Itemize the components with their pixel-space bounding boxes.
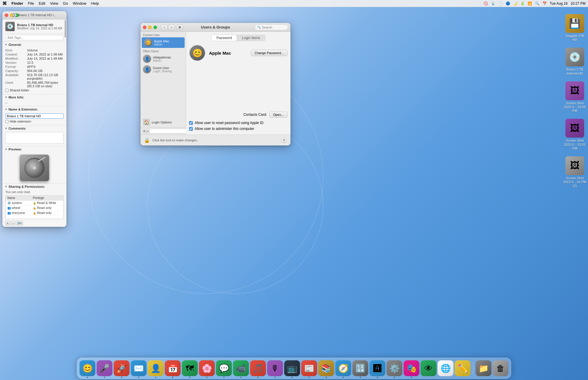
finder-info-window: 💽 Brians 1 TB Internal HD I... 💽 Brians … <box>2 11 66 227</box>
search-field[interactable]: 🔍 <box>255 24 288 30</box>
dock-siri[interactable]: 🎤 <box>97 360 113 376</box>
dock-maps[interactable]: 🗺 <box>182 360 198 376</box>
permissions-table: Name Privilege ⚙️system 🔒 Read & Write <box>5 195 64 219</box>
dock-drawio[interactable]: ✏️ <box>455 360 471 376</box>
dock-filemanager[interactable]: 📁 <box>476 360 492 376</box>
tab-password[interactable]: Password <box>211 35 237 41</box>
dock-preview[interactable]: 👁 <box>421 360 437 376</box>
shared-folder-checkbox[interactable] <box>5 89 9 92</box>
hide-extension-checkbox[interactable] <box>5 120 9 123</box>
general-section-header[interactable]: ▼ General: <box>2 42 66 48</box>
back-button[interactable]: ‹ <box>161 25 168 30</box>
desktop-icon-brians-hd[interactable]: 💿 Brians 1 TB Internal HD <box>563 48 587 75</box>
name-extension-header[interactable]: ▼ Name & Extension: <box>2 106 66 112</box>
remove-permission-button[interactable]: − <box>11 221 15 225</box>
menubar-file[interactable]: File <box>28 1 34 6</box>
dock: 😊 🎤 🚀 ✉️ 👤 📅 🗺 🌸 💬 📹 🎵 🎙 📺 📰 📚 🧭 🔢 🅰 ⚙️ … <box>77 358 511 379</box>
dock-podcasts[interactable]: 🎙 <box>267 360 283 376</box>
desktop-icon-screenshot3[interactable]: 🖼 Screen Shot 2022-0... 01 PM (2) <box>563 156 587 188</box>
user-info-guest-user: Guest User Login, Sharing <box>153 66 172 73</box>
allow-reset-checkbox[interactable] <box>189 121 193 125</box>
dock-calendar[interactable]: 📅 <box>165 360 181 376</box>
dock-calculator[interactable]: 🔢 <box>353 360 368 376</box>
name-extension-label: Name & Extension: <box>9 108 38 111</box>
scrollbar[interactable] <box>65 20 66 38</box>
dock-launchpad[interactable]: 🚀 <box>114 360 130 376</box>
preview-header[interactable]: ▼ Preview: <box>2 146 66 152</box>
ug-minimize-button[interactable] <box>148 26 152 29</box>
menubar-left: ⌘ Finder File Edit View Go Window Help <box>2 1 99 6</box>
dock-appstore[interactable]: 🅰 <box>370 360 385 376</box>
add-user-button[interactable]: + <box>143 129 146 133</box>
more-info-header[interactable]: ▼ More Info: <box>2 94 66 100</box>
add-permission-button[interactable]: + <box>5 221 10 225</box>
chevron-down-icon: ▼ <box>5 43 7 46</box>
menubar-search[interactable]: 🔍 <box>535 1 539 6</box>
grid-view-button[interactable]: ⊞ <box>176 25 183 30</box>
name-extension-section: ▼ Name & Extension: Hide extension <box>2 106 66 125</box>
dock-trash[interactable]: 🗑 <box>493 360 509 376</box>
menubar-go[interactable]: Go <box>63 1 68 6</box>
menubar-help[interactable]: Help <box>91 1 99 6</box>
permissions-system-name: ⚙️system <box>6 200 31 205</box>
dock-chrome[interactable]: 🌐 <box>438 360 454 376</box>
dock-safari[interactable]: 🧭 <box>335 360 351 376</box>
sharing-header[interactable]: ▼ Sharing & Permissions: <box>2 184 66 190</box>
allow-admin-checkbox[interactable] <box>189 127 193 131</box>
dock-mail[interactable]: ✉️ <box>131 360 147 376</box>
menubar-bluetooth: 🔵 <box>506 1 510 6</box>
dock-finder[interactable]: 😊 <box>80 360 96 376</box>
users-groups-body: Current User 😊 Apple Mac Admin Other Use… <box>141 32 290 135</box>
desktop-icon-screenshot2[interactable]: 🖼 Screen Shot 2022-0... 53:01 PM <box>563 119 587 150</box>
menubar-time: 10:27 PM <box>571 1 586 6</box>
comments-textarea[interactable] <box>5 132 64 144</box>
menubar-app[interactable]: Finder <box>11 1 23 6</box>
lock-icon-footer[interactable]: 🔒 <box>144 138 150 143</box>
comments-header[interactable]: ▼ Comments: <box>2 125 66 131</box>
name-extension-input[interactable] <box>5 113 64 119</box>
user-search-input[interactable] <box>149 129 190 133</box>
ug-maximize-button[interactable] <box>153 26 157 29</box>
gear-icon: ⚙️ <box>7 201 11 205</box>
dock-clerb[interactable]: 🎭 <box>404 360 420 376</box>
login-options-item[interactable]: 🏠 Login Options <box>141 117 186 127</box>
user-detail-name: Apple Mac <box>209 51 231 56</box>
dock-news[interactable]: 📰 <box>301 360 317 376</box>
desktop-icon-seagate[interactable]: 💾 Seagate 2TB HD <box>563 14 587 42</box>
ug-close-button[interactable] <box>143 26 146 29</box>
dock-photos[interactable]: 🌸 <box>199 360 215 376</box>
remove-user-button[interactable]: − <box>146 129 149 133</box>
group-icon: 👥 <box>7 206 11 210</box>
available-value: 919.78 GB (12.13 GB purgeable) <box>27 73 64 80</box>
menubar-time-machine: 🕐 <box>498 1 503 6</box>
dock-systemprefs[interactable]: ⚙️ <box>387 360 402 376</box>
dock-books[interactable]: 📚 <box>318 360 334 376</box>
dock-facetime[interactable]: 📹 <box>233 360 249 376</box>
open-button[interactable]: Open... <box>269 112 288 118</box>
menubar-window[interactable]: Window <box>73 1 86 6</box>
sidebar-item-guest-user[interactable]: 👤 Guest User Login, Sharing <box>141 64 186 75</box>
desktop-icon-screenshot1[interactable]: 🖼 Screen Shot 2022-0... 29.08 PM <box>563 81 587 113</box>
tags-input[interactable] <box>5 35 64 40</box>
help-button[interactable]: ? <box>281 137 287 143</box>
dock-contacts[interactable]: 👤 <box>148 360 164 376</box>
permissions-settings-button[interactable]: ⚙️▾ <box>16 221 23 225</box>
apple-menu[interactable]: ⌘ <box>2 1 7 6</box>
table-row: 👥wheel 🔒 Read only <box>6 205 64 210</box>
hide-extension-label: Hide extension <box>10 120 31 123</box>
menubar-edit[interactable]: Edit <box>39 1 45 6</box>
dock-messages[interactable]: 💬 <box>216 360 232 376</box>
menubar-control-center[interactable]: 📅 <box>542 1 547 6</box>
menubar-view[interactable]: View <box>50 1 58 6</box>
dock-music[interactable]: 🎵 <box>250 360 266 376</box>
sidebar-item-oldapplemac[interactable]: 👤 oldapplemac Admin <box>141 53 186 64</box>
tab-login-items[interactable]: Login Items <box>237 35 265 41</box>
disk-center <box>32 166 36 170</box>
screenshot2-label: Screen Shot 2022-0... 53:01 PM <box>563 139 587 150</box>
change-password-button[interactable]: Change Password... <box>251 50 288 56</box>
sidebar-item-apple-mac[interactable]: 😊 Apple Mac Admin <box>142 37 185 48</box>
dock-tv[interactable]: 📺 <box>284 360 300 376</box>
forward-button[interactable]: › <box>168 25 175 30</box>
close-button[interactable] <box>5 14 8 17</box>
search-input[interactable] <box>262 26 285 29</box>
